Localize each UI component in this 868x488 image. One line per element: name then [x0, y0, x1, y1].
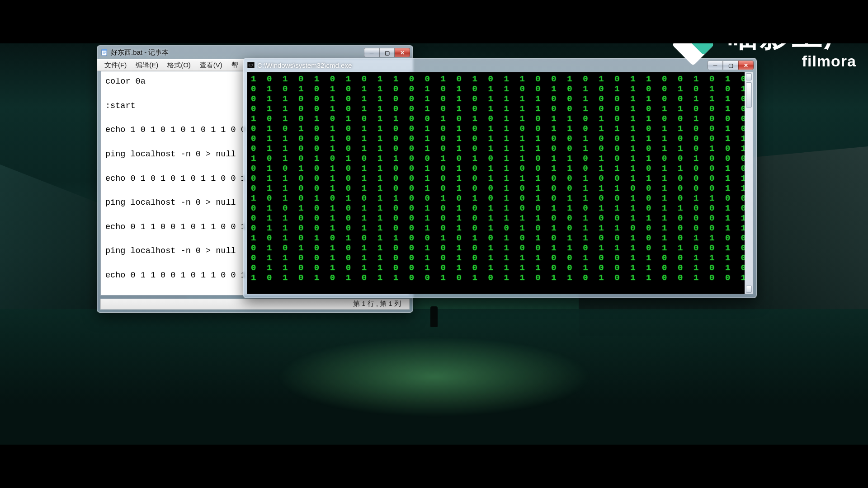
- wallpaper-aurora-reflection: [276, 336, 592, 418]
- cmd-window[interactable]: C:\ C:\Windows\system32\cmd.exe ─ ▢ ✕ 1 …: [243, 58, 757, 298]
- menu-format[interactable]: 格式(O): [163, 60, 195, 70]
- scroll-thumb[interactable]: [746, 82, 752, 108]
- notepad-cursor-position: 第 1 行 , 第 1 列: [353, 300, 401, 308]
- filmora-name-cn: 喵影工厂: [728, 43, 856, 51]
- menu-help[interactable]: 帮: [227, 60, 243, 70]
- cmd-title: C:\Windows\system32\cmd.exe: [257, 61, 708, 69]
- notepad-titlebar[interactable]: 好东西.bat - 记事本 ─ ▢ ✕: [97, 46, 413, 59]
- wallpaper-person-silhouette: [430, 306, 438, 327]
- letterbox-bottom: [0, 445, 868, 488]
- menu-file[interactable]: 文件(F): [100, 60, 131, 70]
- desktop-wallpaper: 好东西.bat - 记事本 ─ ▢ ✕ 文件(F) 编辑(E) 格式(O) 查看…: [0, 43, 868, 445]
- cmd-icon: C:\: [247, 61, 255, 69]
- menu-edit[interactable]: 编辑(E): [131, 60, 163, 70]
- close-button[interactable]: ✕: [395, 48, 410, 57]
- cmd-output-area[interactable]: 1 0 1 0 1 0 1 0 1 1 0 0 1 0 1 0 1 1 0 0 …: [247, 72, 753, 294]
- cmd-scrollbar[interactable]: [745, 72, 753, 294]
- notepad-statusbar: 第 1 行 , 第 1 列: [100, 299, 410, 310]
- svg-rect-1: [102, 49, 107, 51]
- svg-text:C:\: C:\: [249, 63, 254, 67]
- maximize-button[interactable]: ▢: [379, 48, 395, 57]
- letterbox-top: [0, 0, 868, 43]
- minimize-button[interactable]: ─: [364, 48, 379, 57]
- filmora-watermark: 喵影工厂 filmora: [668, 43, 856, 70]
- notepad-icon: [101, 49, 108, 56]
- filmora-logo-icon: [668, 43, 718, 70]
- scroll-down-button[interactable]: [746, 286, 752, 293]
- notepad-window-controls: ─ ▢ ✕: [364, 48, 410, 57]
- cmd-output-text: 1 0 1 0 1 0 1 0 1 1 0 0 1 0 1 0 1 1 0 0 …: [247, 72, 753, 286]
- notepad-title: 好东西.bat - 记事本: [111, 48, 364, 57]
- scroll-up-button[interactable]: [746, 73, 752, 80]
- filmora-name-en: filmora: [802, 52, 856, 70]
- menu-view[interactable]: 查看(V): [195, 60, 227, 70]
